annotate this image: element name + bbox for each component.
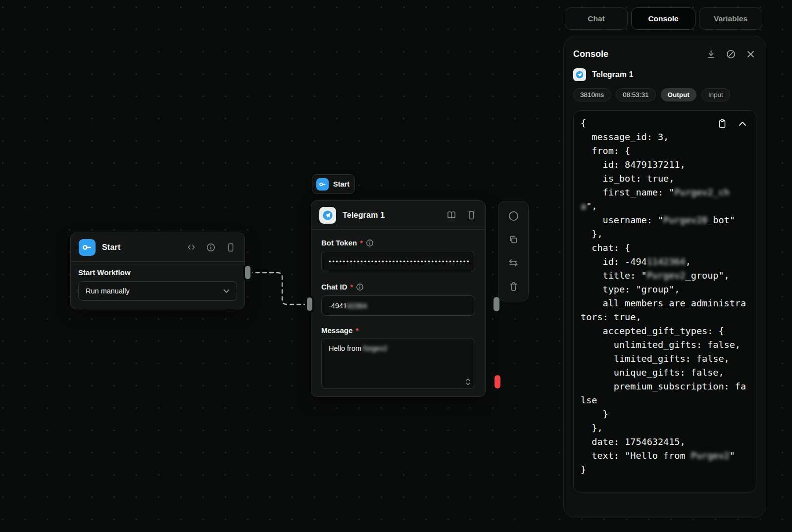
start-pill-label: Start [333, 180, 349, 188]
telegram-icon [319, 207, 336, 224]
code-icon[interactable] [185, 242, 197, 253]
telegram-input-handle[interactable] [307, 297, 312, 311]
duplicate-icon[interactable] [507, 234, 519, 245]
telegram-node-title: Telegram 1 [343, 211, 439, 220]
chat-id-value: -494142364 [329, 302, 367, 310]
collapse-chevron-icon[interactable] [737, 118, 748, 130]
code-line: is_bot: true, [581, 172, 756, 186]
console-panel: Console [563, 36, 766, 518]
info-icon[interactable] [205, 242, 217, 253]
docs-book-icon[interactable] [446, 209, 457, 221]
chat-id-label: Chat ID * [321, 283, 475, 291]
code-line: } [581, 407, 756, 421]
code-line: type: "group", [581, 283, 756, 296]
run-circle-icon[interactable] [507, 210, 519, 222]
code-line: premium_subscription: fa [581, 380, 756, 393]
code-line: } [581, 463, 756, 477]
download-icon[interactable] [705, 48, 717, 60]
bot-token-label: Bot Token * [321, 239, 475, 247]
console-entry-header[interactable]: Telegram 1 [573, 68, 756, 81]
start-output-handle[interactable] [245, 266, 250, 279]
start-trigger-select[interactable]: Run manually [78, 281, 237, 301]
code-line: }, [581, 421, 756, 435]
bot-token-value: •••••••••••••••••••••••••••••••••••••••• [329, 258, 470, 265]
code-line: lse [581, 393, 756, 407]
start-node[interactable]: Start [70, 233, 245, 309]
telegram-node-header[interactable]: Telegram 1 [311, 201, 485, 229]
close-icon[interactable] [744, 48, 756, 60]
timestamp-badge: 08:53:31 [616, 88, 656, 101]
bot-token-input[interactable]: •••••••••••••••••••••••••••••••••••••••• [321, 251, 475, 272]
start-pill-icon [316, 178, 329, 191]
console-code: { message_id: 3, from: { id: 8479137211,… [574, 111, 756, 484]
required-asterisk: * [350, 283, 353, 291]
console-output-block[interactable]: { message_id: 3, from: { id: 8479137211,… [573, 110, 756, 492]
telegram-node[interactable]: Telegram 1 [311, 200, 486, 397]
message-value: Hello from forgev2 [329, 344, 387, 352]
message-textarea[interactable]: Hello from forgev2 [321, 338, 475, 389]
panel-tabs: Chat Console Variables [565, 7, 762, 30]
code-line: first_name: "Purgev2_ch [581, 186, 756, 199]
required-asterisk: * [360, 239, 363, 247]
start-node-header[interactable]: Start [71, 233, 245, 261]
phone-icon[interactable] [465, 209, 477, 221]
start-node-title: Start [102, 243, 179, 252]
code-line: limited_gifts: false, [581, 352, 756, 366]
code-line: title: "Purgev2_group", [581, 269, 756, 283]
code-line: tors: true, [581, 310, 756, 324]
start-icon [79, 239, 96, 256]
telegram-error-handle[interactable] [495, 375, 500, 388]
code-line: unique_gifts: false, [581, 366, 756, 380]
code-line: username: "Purgev28_bot" [581, 213, 756, 227]
chevron-down-icon [223, 289, 230, 293]
required-asterisk: * [355, 326, 358, 335]
workflow-edge[interactable] [249, 273, 307, 304]
code-line: all_members_are_administra [581, 296, 756, 310]
start-workflow-label: Start Workflow [78, 268, 237, 277]
console-entry-node-name: Telegram 1 [592, 70, 633, 79]
workflow-app: Start [0, 0, 792, 532]
tab-chat[interactable]: Chat [565, 7, 628, 30]
info-icon[interactable] [356, 283, 364, 291]
code-line: accepted_gift_types: { [581, 324, 756, 338]
swap-arrows-icon[interactable] [507, 257, 519, 269]
code-line: a", [581, 199, 756, 213]
code-line: text: "Hello from Purgev2" [581, 449, 756, 463]
chat-id-input[interactable]: -494142364 [321, 295, 475, 316]
tab-console[interactable]: Console [631, 7, 695, 30]
copy-output-icon[interactable] [716, 118, 728, 130]
tab-variables[interactable]: Variables [699, 7, 762, 30]
console-entry-meta: 3810ms 08:53:31 Output Input [573, 88, 756, 101]
code-line: unlimited_gifts: false, [581, 338, 756, 352]
node-toolbar [498, 201, 529, 301]
code-line: }, [581, 227, 756, 241]
code-line: date: 1754632415, [581, 435, 756, 449]
input-tab-badge[interactable]: Input [701, 88, 730, 101]
textarea-resize-icon[interactable] [465, 378, 471, 386]
telegram-icon [573, 68, 586, 81]
duration-badge: 3810ms [573, 88, 611, 101]
console-title: Console [573, 49, 705, 59]
telegram-output-handle[interactable] [494, 297, 499, 311]
message-label: Message * [321, 326, 475, 335]
code-line: id: -4941142364, [581, 255, 756, 269]
code-line: from: { [581, 144, 756, 158]
code-line: chat: { [581, 241, 756, 255]
start-pill-node[interactable]: Start [312, 174, 355, 194]
info-icon[interactable] [366, 239, 374, 247]
start-trigger-select-value: Run manually [86, 287, 130, 295]
code-line: message_id: 3, [581, 130, 756, 144]
trash-icon[interactable] [507, 281, 519, 292]
code-line: id: 8479137211, [581, 158, 756, 172]
clear-console-icon[interactable] [725, 48, 737, 60]
phone-icon[interactable] [225, 242, 237, 253]
output-tab-badge[interactable]: Output [661, 88, 696, 101]
